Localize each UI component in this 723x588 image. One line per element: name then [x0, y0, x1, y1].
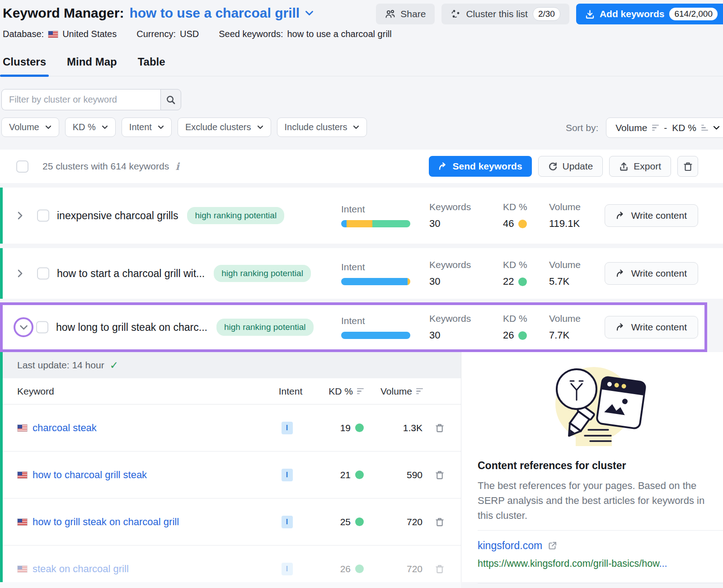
sort-dropdown[interactable]: Volume - KD % — [606, 118, 723, 138]
write-content-button[interactable]: Write content — [605, 316, 698, 339]
keyword-row: charcoal steak I 19 1.3K — [0, 405, 461, 452]
volume-column-header[interactable]: Volume — [370, 386, 423, 397]
redirect-arrow-icon — [616, 212, 625, 220]
list-title-dropdown[interactable]: how to use a charcoal grill — [129, 5, 314, 21]
info-icon[interactable]: i — [175, 160, 179, 172]
share-label: Share — [400, 9, 426, 19]
keywords-label: Keywords — [429, 259, 471, 270]
intent-badge: I — [282, 469, 293, 481]
add-keywords-button[interactable]: Add keywords 614/2,000 — [576, 4, 723, 24]
seed-keywords-meta: Seed keywords: how to use a charcoal gri… — [219, 29, 392, 39]
volume-filter-dropdown[interactable]: Volume — [1, 118, 59, 137]
cluster-checkbox[interactable] — [37, 268, 49, 280]
sort-controls: Sort by: Volume - KD % — [566, 118, 723, 138]
ranking-potential-badge: high ranking potential — [187, 207, 284, 224]
view-tabs: Clusters Mind Map Table — [0, 56, 723, 76]
exclude-clusters-dropdown[interactable]: Exclude clusters — [178, 118, 271, 137]
volume-column: Volume 5.7K — [549, 259, 581, 287]
expand-cluster-button[interactable] — [17, 269, 23, 278]
expand-cluster-button[interactable] — [17, 211, 23, 221]
cluster-accent-bar — [0, 248, 3, 299]
cluster-title[interactable]: inexpensive charcoal grills — [57, 210, 178, 222]
sort-secondary-label: KD % — [672, 122, 696, 133]
cluster-row: how to start a charcoal grill wit... hig… — [0, 248, 723, 299]
cluster-title[interactable]: how long to grill steak on charc... — [56, 321, 207, 334]
divider — [478, 530, 723, 531]
volume-value: 590 — [375, 470, 423, 480]
tab-clusters[interactable]: Clusters — [3, 56, 46, 76]
send-keywords-button[interactable]: Send keywords — [429, 156, 532, 177]
cluster-title[interactable]: how to start a charcoal grill wit... — [57, 268, 205, 280]
intent-filter-dropdown[interactable]: Intent — [122, 118, 172, 137]
filter-input[interactable] — [1, 89, 160, 110]
volume-filter-label: Volume — [9, 122, 39, 132]
add-keywords-label: Add keywords — [600, 9, 665, 19]
volume-value: 7.7K — [549, 329, 581, 341]
select-all-checkbox[interactable] — [16, 160, 28, 173]
intent-label: Intent — [341, 204, 410, 215]
send-arrow-icon — [438, 162, 448, 170]
redirect-arrow-icon — [616, 323, 625, 331]
write-content-button[interactable]: Write content — [605, 262, 698, 285]
volume-column: Volume 7.7K — [549, 313, 581, 341]
cluster-checkbox[interactable] — [37, 210, 49, 222]
delete-keyword-button[interactable] — [435, 517, 444, 527]
kd-label: KD % — [503, 202, 527, 212]
us-flag-icon — [48, 31, 58, 38]
volume-column: Volume 119.1K — [549, 202, 581, 230]
sort-asc-icon — [701, 125, 708, 131]
cluster-checkbox[interactable] — [36, 321, 48, 334]
intent-column-header: Intent — [277, 386, 305, 397]
search-button[interactable] — [160, 89, 181, 110]
kd-dot — [355, 423, 364, 432]
write-content-button[interactable]: Write content — [605, 204, 698, 227]
delete-keyword-button[interactable] — [435, 470, 444, 480]
kd-value: 21 — [340, 470, 351, 480]
reference-url-link[interactable]: https://www.kingsford.com/grill-basics/h… — [478, 558, 723, 569]
delete-keyword-button[interactable] — [435, 423, 444, 433]
chevron-down-icon — [713, 126, 720, 130]
export-button[interactable]: Export — [609, 156, 671, 177]
keyword-link[interactable]: how to charcoal grill steak — [17, 469, 147, 481]
cluster-this-list-button[interactable]: Cluster this list 2/30 — [441, 4, 569, 24]
divider — [478, 583, 723, 583]
intent-column: Intent — [341, 262, 410, 285]
export-label: Export — [634, 161, 661, 172]
delete-keyword-button[interactable] — [435, 564, 444, 574]
volume-value: 720 — [375, 517, 423, 527]
tab-mind-map[interactable]: Mind Map — [67, 56, 117, 76]
share-button[interactable]: Share — [376, 4, 435, 24]
keyword-link[interactable]: how to grill steak on charcoal grill — [17, 516, 179, 528]
volume-header-label: Volume — [380, 386, 412, 397]
cluster-title-group: how to start a charcoal grill wit... hig… — [57, 265, 311, 282]
chevron-down-icon — [257, 125, 263, 129]
cluster-this-list-label: Cluster this list — [466, 9, 528, 19]
keyword-link[interactable]: steak on charcoal grill — [17, 563, 129, 575]
sort-icon — [416, 388, 423, 395]
share-users-icon — [385, 9, 395, 19]
intent-column: Intent — [341, 204, 410, 227]
kd-value: 26 — [503, 329, 514, 341]
search-icon — [166, 95, 176, 105]
kd-filter-dropdown[interactable]: KD % — [65, 118, 116, 137]
cluster-count-badge: 2/30 — [533, 7, 560, 21]
update-button[interactable]: Update — [538, 156, 603, 177]
write-content-label: Write content — [631, 210, 687, 221]
volume-label: Volume — [549, 202, 581, 212]
export-icon — [619, 162, 629, 171]
delete-list-button[interactable] — [677, 156, 698, 177]
reference-domain-text: kingsford.com — [478, 540, 542, 552]
filter-dropdowns: Volume KD % Intent Exclude clusters Incl… — [1, 118, 723, 137]
intent-badge: I — [282, 563, 293, 575]
intent-bar — [341, 332, 410, 339]
reference-domain-link[interactable]: kingsford.com — [478, 540, 723, 552]
collapse-cluster-button[interactable] — [14, 317, 33, 337]
kd-column-header[interactable]: KD % — [314, 386, 364, 397]
database-meta: Database: United States — [3, 29, 117, 39]
include-clusters-dropdown[interactable]: Include clusters — [277, 118, 367, 137]
keyword-text: how to grill steak on charcoal grill — [33, 516, 179, 528]
side-panel-title: Content references for cluster — [478, 460, 723, 472]
url-ellipsis: ... — [659, 558, 667, 569]
keyword-link[interactable]: charcoal steak — [17, 422, 97, 434]
tab-table[interactable]: Table — [138, 56, 165, 76]
